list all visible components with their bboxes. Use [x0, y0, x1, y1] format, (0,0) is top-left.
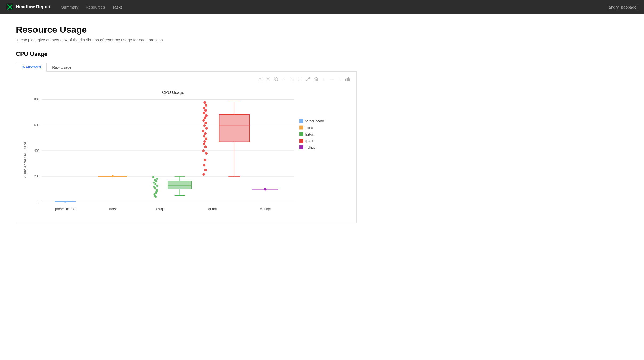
toolbar-minus[interactable] — [297, 76, 303, 82]
legend-box-multiqc — [299, 145, 303, 149]
toolbar-spike[interactable]: ⋮ — [321, 76, 327, 82]
svg-point-53 — [204, 117, 206, 119]
legend-box-fastqc — [299, 132, 303, 136]
svg-point-66 — [205, 152, 208, 155]
svg-rect-15 — [348, 77, 349, 81]
box-fastqc — [168, 181, 192, 189]
svg-line-12 — [306, 80, 307, 81]
svg-point-56 — [203, 124, 206, 127]
toolbar-autoscale[interactable] — [305, 76, 311, 82]
svg-point-51 — [203, 112, 205, 114]
svg-point-1 — [259, 79, 261, 80]
toolbar-save[interactable] — [265, 76, 271, 82]
svg-point-34 — [154, 183, 156, 185]
svg-line-11 — [308, 77, 310, 79]
navbar: Nextflow Report Summary Resources Tasks … — [0, 0, 644, 14]
nav-tasks[interactable]: Tasks — [112, 5, 122, 9]
toolbar-add[interactable] — [289, 76, 295, 82]
chart-area: CPU Usage % single core CPU usage 0 — [20, 85, 352, 219]
nav-resources[interactable]: Resources — [86, 5, 105, 9]
svg-point-64 — [204, 145, 207, 148]
x-label-multiqc: multiqc — [260, 207, 271, 211]
legend-label-parseencode: parseEncode — [305, 119, 325, 123]
svg-point-50 — [204, 109, 207, 112]
x-label-fastqc: fastqc — [155, 207, 165, 211]
svg-text:400: 400 — [34, 149, 39, 153]
main-content: Resource Usage These plots give an overv… — [0, 14, 373, 234]
y-axis-label: % single core CPU usage — [23, 142, 27, 178]
svg-text:0: 0 — [38, 200, 40, 204]
svg-point-47 — [203, 101, 206, 104]
tab-raw[interactable]: Raw Usage — [47, 63, 77, 72]
legend-label-quant: quant — [305, 139, 313, 143]
svg-point-60 — [203, 135, 205, 138]
cpu-chart-svg: CPU Usage % single core CPU usage 0 — [20, 85, 352, 219]
cpu-usage-section-title: CPU Usage — [16, 51, 357, 58]
svg-text:800: 800 — [34, 97, 39, 101]
svg-point-70 — [202, 173, 205, 176]
svg-rect-16 — [349, 79, 350, 81]
svg-point-48 — [205, 104, 207, 107]
nextflow-logo-icon — [6, 3, 13, 10]
legend-label-fastqc: fastqc — [305, 132, 314, 136]
svg-point-49 — [203, 107, 205, 109]
svg-point-41 — [153, 193, 155, 195]
svg-point-37 — [154, 179, 156, 181]
svg-point-54 — [202, 119, 205, 122]
nav-links: Summary Resources Tasks — [61, 5, 608, 9]
toolbar-zoom[interactable] — [273, 76, 279, 82]
toolbar-hover-compare[interactable]: ━━ — [329, 76, 335, 82]
svg-point-65 — [202, 149, 205, 152]
nav-run-id: [angry_babbage] — [608, 5, 638, 9]
svg-point-39 — [152, 176, 154, 178]
legend-box-index — [299, 126, 303, 129]
chart-title: CPU Usage — [162, 90, 184, 95]
svg-line-3 — [277, 80, 278, 81]
svg-point-67 — [204, 159, 206, 161]
svg-point-33 — [156, 185, 158, 187]
svg-point-63 — [203, 143, 205, 145]
toolbar-home[interactable] — [313, 76, 319, 82]
svg-point-40 — [155, 196, 157, 198]
toolbar-bar-chart[interactable] — [345, 76, 351, 82]
svg-point-38 — [156, 178, 158, 180]
page-title: Resource Usage — [16, 24, 357, 35]
toolbar-hover-closest[interactable]: ≡ — [337, 76, 343, 82]
svg-text:600: 600 — [34, 123, 39, 127]
toolbar-zoom-in[interactable]: + — [281, 76, 287, 82]
svg-point-55 — [204, 122, 207, 124]
page-subtitle: These plots give an overview of the dist… — [16, 38, 357, 42]
chart-toolbar: + ⋮ ━━ ≡ — [20, 76, 352, 82]
x-label-index: index — [109, 207, 117, 211]
svg-point-62 — [203, 140, 206, 143]
x-label-parseencode: parseEncode — [55, 207, 75, 211]
svg-text:200: 200 — [34, 174, 39, 178]
tab-allocated[interactable]: % Allocated — [16, 63, 47, 72]
legend-label-multiqc: multiqc — [305, 145, 316, 149]
svg-point-32 — [153, 186, 155, 188]
nav-logo: Nextflow Report — [6, 3, 51, 10]
svg-point-69 — [204, 169, 207, 171]
svg-rect-13 — [345, 79, 346, 81]
legend-box-quant — [299, 139, 303, 143]
nav-logo-text: Nextflow Report — [16, 4, 51, 10]
svg-rect-14 — [347, 78, 348, 81]
toolbar-camera[interactable] — [257, 76, 263, 82]
svg-point-68 — [203, 164, 205, 167]
legend-label-index: index — [305, 126, 313, 130]
legend-box-parseencode — [299, 119, 303, 123]
x-label-quant: quant — [208, 207, 217, 211]
svg-point-58 — [202, 130, 204, 132]
chart-wrapper: + ⋮ ━━ ≡ CPU Usage — [16, 72, 357, 223]
svg-point-59 — [204, 132, 207, 135]
box-quant — [219, 115, 250, 142]
svg-point-57 — [205, 127, 208, 130]
svg-point-35 — [153, 182, 155, 184]
svg-point-42 — [155, 190, 158, 193]
nav-summary[interactable]: Summary — [61, 5, 78, 9]
cpu-tabs: % Allocated Raw Usage — [16, 62, 357, 72]
svg-point-61 — [205, 138, 207, 140]
